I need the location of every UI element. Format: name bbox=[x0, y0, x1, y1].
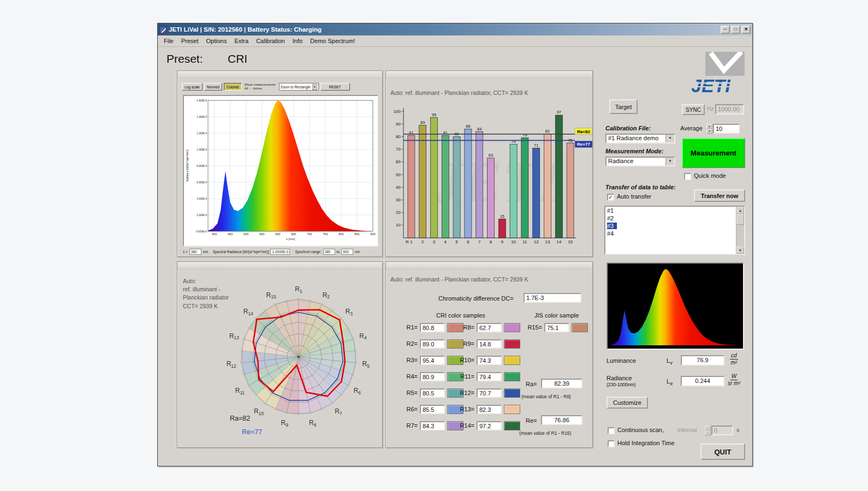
quit-button[interactable]: QUIT bbox=[700, 444, 745, 460]
lambda-input[interactable]: 380 bbox=[189, 249, 201, 255]
svg-text:R2: R2 bbox=[323, 291, 330, 300]
transfer-now-button[interactable]: Transfer now bbox=[694, 189, 745, 202]
cri-sample-value[interactable]: 79.4 bbox=[477, 372, 502, 381]
cri-sample-label: R14= bbox=[454, 422, 474, 429]
cri-sample-value[interactable]: 80.9 bbox=[420, 372, 445, 381]
target-button[interactable]: Target bbox=[609, 99, 638, 114]
preset-value: CRI bbox=[228, 52, 247, 65]
cri-sample-label: R4= bbox=[395, 373, 418, 380]
normed-button[interactable]: Normed bbox=[204, 83, 222, 91]
measurement-mode-select[interactable]: Radiance ▼ bbox=[605, 157, 675, 166]
list-item[interactable]: #4 bbox=[605, 230, 744, 237]
listbox-scrollbar[interactable]: ▲ ▼ bbox=[736, 207, 744, 254]
cri-sample-value[interactable]: 82.3 bbox=[477, 405, 502, 414]
cri-sample-value[interactable]: 74.3 bbox=[477, 356, 502, 365]
chevron-down-icon[interactable]: ▼ bbox=[312, 84, 317, 90]
ra-input[interactable]: 82.39 bbox=[541, 379, 582, 388]
menu-preset[interactable]: Preset bbox=[177, 37, 203, 45]
ra-label: Ra= bbox=[526, 381, 537, 387]
menu-info[interactable]: Info bbox=[289, 37, 306, 45]
scrollbar-thumb[interactable] bbox=[736, 214, 744, 225]
svg-text:9: 9 bbox=[501, 239, 504, 244]
cri-sample-value[interactable]: 75.1 bbox=[544, 323, 569, 332]
chevron-down-icon[interactable]: ▼ bbox=[665, 135, 674, 142]
re-input[interactable]: 76.86 bbox=[541, 415, 582, 425]
svg-text:0.000E+0: 0.000E+0 bbox=[196, 230, 207, 233]
cri-sample-value[interactable]: 89.0 bbox=[420, 339, 445, 349]
calibration-file-select[interactable]: #1 Radiance demo ▼ bbox=[605, 134, 675, 143]
lv-unit: cdm² bbox=[730, 352, 738, 366]
cri-sample-value[interactable]: 14.8 bbox=[477, 339, 502, 349]
log-scale-button[interactable]: Log scale bbox=[182, 83, 203, 91]
spinner-down-icon: ▼ bbox=[705, 430, 711, 435]
cri-sample-value[interactable]: 95.4 bbox=[420, 356, 445, 365]
transfer-data-label: Transfer of data to table: bbox=[605, 184, 676, 190]
svg-text:1.600E-5: 1.600E-5 bbox=[197, 99, 207, 102]
app-window: JETI LiVal | S/N: 2012560 | Battery Stat… bbox=[157, 23, 753, 466]
auto-transfer-label: Auto transfer bbox=[617, 193, 651, 200]
show-measurements-label: Show measurements: bbox=[245, 83, 276, 87]
scroll-down-icon[interactable]: ▼ bbox=[736, 247, 744, 254]
list-item[interactable]: #3 bbox=[605, 222, 744, 230]
cri-sample-value[interactable]: 80.5 bbox=[420, 388, 445, 398]
app-icon bbox=[159, 26, 167, 33]
radiance-label: Radiance bbox=[607, 375, 632, 381]
svg-text:6.000E-6: 6.000E-6 bbox=[197, 181, 207, 184]
results-listbox[interactable]: #1#2#3#4 ▲ ▼ bbox=[604, 206, 745, 255]
range-to-input[interactable]: 900 bbox=[341, 249, 353, 255]
reset-button[interactable]: RESET bbox=[320, 83, 350, 91]
cri-sample-value[interactable]: 62.7 bbox=[477, 323, 502, 332]
title-bar[interactable]: JETI LiVal | S/N: 2012560 | Battery Stat… bbox=[158, 23, 752, 35]
cri-sample-swatch bbox=[504, 405, 520, 414]
cri-sample-value[interactable]: 70.7 bbox=[477, 388, 502, 398]
svg-text:R10: R10 bbox=[254, 408, 264, 416]
hz-label: Hz bbox=[707, 106, 714, 112]
list-item[interactable]: #1 bbox=[605, 207, 744, 214]
close-button[interactable]: ✕ bbox=[741, 26, 751, 34]
range-to-label: to bbox=[337, 250, 340, 254]
menu-demo-spectrum[interactable]: Demo Spectrum! bbox=[306, 37, 359, 45]
colored-button[interactable]: Colored bbox=[224, 83, 242, 91]
auto-transfer-checkbox[interactable]: ✓ bbox=[607, 194, 614, 201]
svg-text:86: 86 bbox=[466, 124, 470, 129]
menu-extra[interactable]: Extra bbox=[230, 37, 252, 45]
svg-text:100: 100 bbox=[394, 109, 401, 114]
list-item[interactable]: #2 bbox=[605, 214, 744, 222]
zoom-mode-select[interactable]: Zoom to Rectangle ▼ bbox=[279, 83, 319, 91]
average-stepper[interactable]: ▲ ▼ bbox=[706, 124, 712, 134]
menu-file[interactable]: File bbox=[160, 37, 177, 45]
spectral-radiance-input[interactable]: 1.0000E-0 bbox=[270, 249, 290, 255]
quick-mode-checkbox[interactable] bbox=[684, 173, 691, 180]
menu-calibration[interactable]: Calibration bbox=[252, 37, 289, 45]
scroll-up-icon[interactable]: ▲ bbox=[736, 207, 744, 214]
menu-options[interactable]: Options bbox=[203, 37, 231, 45]
spectrum-footer: λ = 380 nm Spectral Radiance [W/(sr*sqm*… bbox=[183, 248, 380, 255]
cri-sample-value[interactable]: 80.8 bbox=[420, 323, 445, 332]
cri-sample-swatch bbox=[504, 339, 520, 349]
hold-integration-checkbox[interactable] bbox=[608, 440, 615, 447]
average-input[interactable]: 10 bbox=[713, 124, 740, 134]
svg-text:82: 82 bbox=[545, 129, 550, 134]
customize-button[interactable]: Customize bbox=[607, 397, 648, 409]
range-from-input[interactable]: 380 bbox=[323, 249, 335, 255]
interval-stepper: ▲ ▼ bbox=[705, 426, 711, 435]
sync-button[interactable]: SYNC bbox=[682, 104, 705, 115]
chevron-down-icon[interactable]: ▼ bbox=[665, 158, 674, 165]
cri-sample-value[interactable]: 85.5 bbox=[420, 405, 445, 414]
spectral-radiance-label: Spectral Radiance [W/(sr*sqm*nm)] bbox=[213, 250, 269, 254]
svg-text:70: 70 bbox=[396, 147, 401, 152]
cri-bar-panel: Auto: ref. illuminant - Planckian radiat… bbox=[385, 70, 593, 257]
svg-text:2.000E-6: 2.000E-6 bbox=[197, 214, 207, 217]
cri-sample-value[interactable]: 84.3 bbox=[420, 421, 445, 430]
svg-text:30: 30 bbox=[396, 197, 401, 202]
cri-sample-value[interactable]: 97.2 bbox=[477, 421, 502, 430]
continuous-scan-checkbox[interactable] bbox=[608, 427, 615, 434]
spinner-up-icon[interactable]: ▲ bbox=[706, 124, 712, 129]
window-title: JETI LiVal | S/N: 2012560 | Battery Stat… bbox=[169, 26, 718, 33]
measurement-button[interactable]: Measurement bbox=[682, 138, 745, 168]
minimize-button[interactable]: ─ bbox=[721, 26, 730, 34]
svg-text:1: 1 bbox=[410, 239, 413, 244]
maximize-button[interactable]: □ bbox=[731, 26, 740, 34]
spinner-down-icon[interactable]: ▼ bbox=[706, 129, 712, 134]
menu-bar: File Preset Options Extra Calibration In… bbox=[158, 35, 752, 47]
